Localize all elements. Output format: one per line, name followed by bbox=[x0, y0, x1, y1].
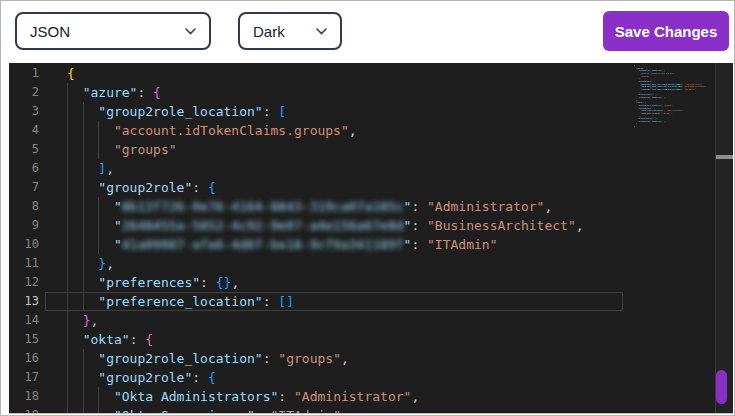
indent-guide bbox=[67, 254, 68, 273]
save-changes-button[interactable]: Save Changes bbox=[603, 11, 729, 51]
code-line: "okta": { bbox=[9, 330, 715, 349]
code-line: "group2role_location": [ bbox=[9, 102, 715, 121]
code-line: "group2role_location": "groups", bbox=[9, 349, 715, 368]
indent-guide bbox=[83, 121, 84, 140]
redacted-guid: 8b13f726-0e76-4164-8843-319ca07a185c bbox=[122, 199, 404, 214]
code-line: "groups" bbox=[9, 140, 715, 159]
code-line: "account.idTokenClaims.groups", bbox=[9, 121, 715, 140]
code-line: "group2role": { bbox=[9, 368, 715, 387]
indent-guide bbox=[83, 349, 84, 368]
redacted-guid: 2648455a-5852-4c92-9e07-a4e156a67e8d bbox=[122, 218, 404, 233]
indent-guide bbox=[67, 159, 68, 178]
indent-guide bbox=[67, 311, 68, 330]
language-select-value: JSON bbox=[30, 23, 185, 40]
indent-guide bbox=[67, 349, 68, 368]
app-window: JSON Dark Save Changes 12345678910111213… bbox=[0, 0, 735, 416]
indent-guide bbox=[67, 273, 68, 292]
code-line: "8b13f726-0e76-4164-8843-319ca07a185c": … bbox=[9, 197, 715, 216]
redacted-guid: 41a09087-afe6-4d6f-be18-9cf9a341189f bbox=[122, 237, 404, 252]
code-line: "2648455a-5852-4c92-9e07-a4e156a67e8d": … bbox=[9, 216, 715, 235]
code-content[interactable]: { "azure": { "group2role_location": [ "a… bbox=[9, 64, 715, 413]
indent-guide bbox=[83, 178, 84, 197]
code-line: "preferences": {}, bbox=[9, 273, 715, 292]
theme-select-value: Dark bbox=[253, 23, 316, 40]
chevron-down-icon bbox=[185, 28, 196, 35]
code-line: ], bbox=[9, 159, 715, 178]
indent-guide bbox=[67, 178, 68, 197]
code-line: "41a09087-afe6-4d6f-be18-9cf9a341189f": … bbox=[9, 235, 715, 254]
indent-guide bbox=[98, 140, 99, 159]
indent-guide bbox=[98, 406, 99, 413]
indent-guide bbox=[83, 368, 84, 387]
language-select[interactable]: JSON bbox=[15, 12, 211, 50]
code-line: "Okta Supervisors": "ITAdmin" bbox=[9, 406, 715, 413]
indent-guide bbox=[83, 387, 84, 406]
indent-guide bbox=[83, 102, 84, 121]
indent-guide bbox=[83, 235, 84, 254]
chevron-down-icon bbox=[316, 28, 327, 35]
indent-guide bbox=[98, 216, 99, 235]
indent-guide bbox=[67, 102, 68, 121]
indent-guide bbox=[67, 121, 68, 140]
indent-guide bbox=[83, 273, 84, 292]
indent-guide bbox=[83, 216, 84, 235]
indent-guide bbox=[83, 197, 84, 216]
code-line: }, bbox=[9, 311, 715, 330]
indent-guide bbox=[67, 216, 68, 235]
code-line: { bbox=[9, 64, 715, 83]
minimap[interactable]: { "azure": { "group2role_location": [ "a… bbox=[626, 64, 716, 184]
scrollbar-marker bbox=[716, 155, 733, 159]
indent-guide bbox=[83, 140, 84, 159]
indent-guide bbox=[67, 330, 68, 349]
code-line: "Okta Administrators": "Administrator", bbox=[9, 387, 715, 406]
indent-guide bbox=[67, 197, 68, 216]
code-line: "group2role": { bbox=[9, 178, 715, 197]
scrollbar-thumb[interactable] bbox=[716, 370, 727, 404]
indent-guide bbox=[83, 254, 84, 273]
code-line: }, bbox=[9, 254, 715, 273]
indent-guide bbox=[98, 121, 99, 140]
code-line: "preference_location": [] bbox=[9, 292, 715, 311]
indent-guide bbox=[98, 197, 99, 216]
indent-guide bbox=[83, 406, 84, 413]
minimap-content: { "azure": { "group2role_location": [ "a… bbox=[626, 64, 716, 128]
indent-guide bbox=[83, 159, 84, 178]
code-editor[interactable]: 123456789101112131415161718192021222324 … bbox=[9, 63, 733, 413]
indent-guide bbox=[67, 140, 68, 159]
scrollbar-track[interactable] bbox=[716, 63, 733, 413]
code-line: } bbox=[626, 125, 716, 128]
theme-select[interactable]: Dark bbox=[238, 12, 342, 50]
indent-guide bbox=[98, 387, 99, 406]
indent-guide bbox=[67, 83, 68, 102]
indent-guide bbox=[67, 235, 68, 254]
indent-guide bbox=[67, 368, 68, 387]
indent-guide bbox=[98, 235, 99, 254]
indent-guide bbox=[67, 387, 68, 406]
indent-guide bbox=[67, 406, 68, 413]
code-line: "azure": { bbox=[9, 83, 715, 102]
indent-guide bbox=[67, 292, 68, 311]
indent-guide bbox=[83, 292, 84, 311]
